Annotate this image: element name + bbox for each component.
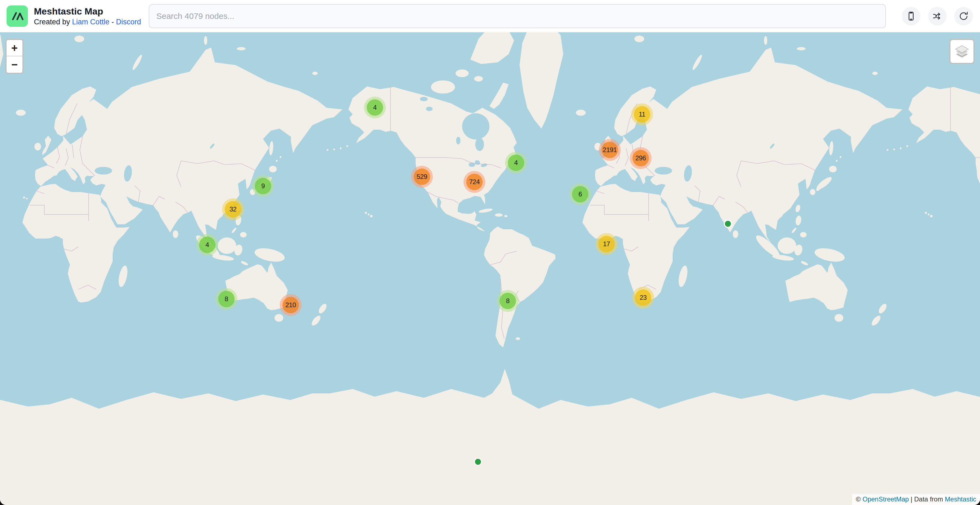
cluster-marker[interactable]: 11 [631, 104, 653, 125]
cluster-marker[interactable]: 17 [595, 233, 617, 255]
marker-layer: 4529724493248210821912961161723 [0, 32, 980, 505]
cluster-marker[interactable]: 9 [252, 175, 274, 197]
cluster-marker[interactable]: 8 [215, 288, 237, 310]
zoom-in-button[interactable]: + [6, 40, 22, 56]
meshtastic-logo-icon [10, 9, 24, 23]
world-map[interactable]: + − 4529724493248210821912961161723 © Op… [0, 32, 980, 505]
cluster-count: 32 [225, 201, 241, 217]
cluster-count: 724 [466, 174, 483, 190]
attribution-copyright: © [856, 495, 861, 503]
byline: Created by Liam Cottle - Discord [34, 18, 141, 26]
osm-link[interactable]: OpenStreetMap [862, 495, 908, 503]
zoom-control: + − [5, 39, 24, 74]
shuffle-button[interactable] [928, 7, 947, 25]
cluster-count: 8 [500, 293, 516, 309]
header: Meshtastic Map Created by Liam Cottle - … [0, 0, 980, 32]
cluster-marker[interactable]: 2191 [599, 139, 621, 161]
byline-separator: - [111, 18, 114, 26]
shuffle-icon [932, 11, 943, 21]
cluster-marker[interactable]: 296 [630, 147, 652, 169]
zoom-out-button[interactable]: − [6, 56, 22, 73]
refresh-button[interactable] [954, 7, 973, 25]
node-marker[interactable] [724, 220, 732, 228]
map-attribution: © OpenStreetMap | Data from Meshtastic [852, 494, 980, 505]
layers-icon [955, 45, 969, 58]
cluster-count: 296 [632, 150, 649, 166]
meshtastic-logo [6, 5, 28, 27]
meshtastic-map-app: Meshtastic Map Created by Liam Cottle - … [0, 0, 980, 505]
cluster-count: 2191 [601, 142, 618, 158]
cluster-marker[interactable]: 724 [463, 171, 485, 193]
cluster-marker[interactable]: 23 [632, 287, 654, 309]
cluster-count: 23 [635, 290, 651, 306]
mobile-icon [906, 11, 916, 21]
cluster-count: 17 [598, 236, 615, 252]
attribution-middle: | Data from [910, 495, 943, 503]
search-input[interactable] [149, 4, 886, 28]
cluster-marker[interactable]: 210 [280, 294, 302, 316]
cluster-count: 4 [199, 237, 215, 253]
cluster-marker[interactable]: 529 [411, 166, 433, 188]
cluster-count: 4 [508, 155, 524, 171]
title-block: Meshtastic Map Created by Liam Cottle - … [34, 6, 141, 26]
cluster-marker[interactable]: 4 [364, 97, 386, 118]
cluster-marker[interactable]: 8 [497, 290, 519, 312]
discord-link[interactable]: Discord [116, 18, 141, 26]
cluster-count: 4 [367, 99, 383, 116]
cluster-count: 9 [255, 178, 271, 194]
cluster-count: 529 [414, 169, 430, 185]
cluster-marker[interactable]: 6 [569, 183, 591, 205]
cluster-count: 8 [218, 291, 235, 307]
author-link[interactable]: Liam Cottle [72, 18, 110, 26]
layers-control[interactable] [950, 39, 975, 64]
meshtastic-link[interactable]: Meshtastic [945, 495, 976, 503]
cluster-count: 210 [282, 297, 299, 313]
byline-prefix: Created by [34, 18, 70, 26]
cluster-marker[interactable]: 4 [505, 152, 527, 174]
cluster-marker[interactable]: 32 [222, 198, 244, 220]
refresh-icon [958, 11, 969, 21]
page-title: Meshtastic Map [34, 6, 141, 17]
cluster-count: 11 [634, 106, 650, 123]
cluster-count: 6 [572, 186, 589, 202]
node-marker[interactable] [474, 458, 482, 466]
cluster-marker[interactable]: 4 [196, 234, 218, 256]
mobile-app-button[interactable] [902, 7, 920, 25]
